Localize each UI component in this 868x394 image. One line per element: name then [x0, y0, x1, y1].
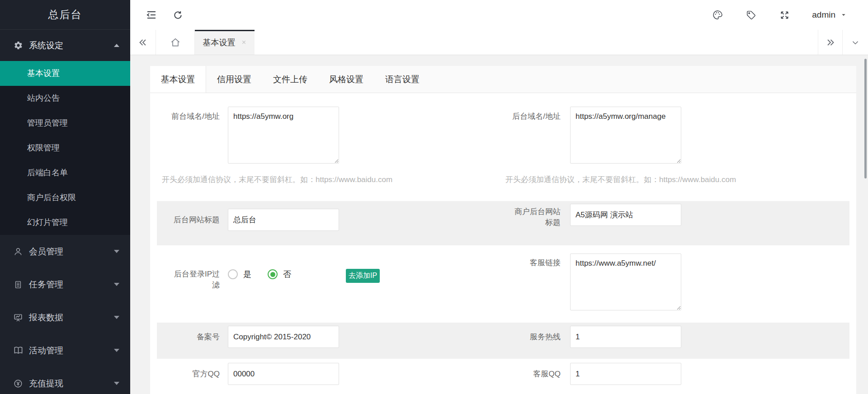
official-qq-label: 官方QQ [169, 369, 220, 380]
settings-card: 基本设置 信用设置 文件上传 风格设置 语言设置 前台域名/地址 开头必须加通信… [150, 66, 856, 394]
radio-option-yes[interactable]: 是 [228, 269, 251, 280]
topbar: admin [130, 0, 868, 30]
admin-domain-label: 后台域名/地址 [510, 111, 561, 122]
sidebar-item-slideshow-manage[interactable]: 幻灯片管理 [0, 210, 130, 235]
service-qq-input[interactable] [570, 363, 681, 385]
open-tab-basic-settings[interactable]: 基本设置 [195, 30, 255, 55]
sidebar-submenu: 基本设置 站内公告 管理员管理 权限管理 后端白名单 商户后台权限 幻灯片管理 [0, 61, 130, 235]
caret-down-icon [114, 382, 119, 385]
caret-down-icon [114, 349, 119, 352]
page-content: 基本设置 信用设置 文件上传 风格设置 语言设置 前台域名/地址 开头必须加通信… [130, 55, 868, 394]
chart-board-icon [13, 312, 24, 323]
user-menu[interactable]: admin [812, 10, 847, 20]
collapse-menu-icon[interactable] [146, 9, 157, 21]
tab-language-settings[interactable]: 语言设置 [374, 66, 430, 93]
sidebar-item-activity-manage[interactable]: 活动管理 [0, 334, 130, 367]
sidebar-item-admin-manage[interactable]: 管理员管理 [0, 111, 130, 136]
sidebar-item-basic-settings[interactable]: 基本设置 [0, 61, 130, 86]
official-qq-input[interactable] [228, 363, 339, 385]
sidebar: 总后台 系统设定 基本设置 站内公告 管理员管理 权限管理 后端白名单 商户后台… [0, 0, 130, 394]
sidebar-item-label: 系统设定 [29, 40, 114, 52]
front-domain-textarea[interactable] [228, 107, 339, 164]
tab-label: 基本设置 [203, 37, 236, 48]
caret-down-icon [840, 11, 847, 19]
close-icon[interactable] [241, 39, 247, 45]
radio-option-no[interactable]: 否 [268, 269, 291, 280]
tab-style-settings[interactable]: 风格设置 [318, 66, 374, 93]
ip-filter-label: 后台登录IP过滤 [169, 269, 220, 291]
yen-circle-icon [13, 378, 24, 389]
sidebar-item-label: 报表数据 [29, 312, 114, 324]
caret-down-icon [114, 316, 119, 319]
form-row-domains: 前台域名/地址 开头必须加通信协议，末尾不要留斜杠。如：https://www.… [150, 93, 856, 201]
hotline-label: 服务热线 [510, 332, 561, 342]
home-icon [170, 37, 181, 48]
merchant-site-title-input[interactable] [570, 204, 681, 226]
ip-filter-radio-group: 是 否 [228, 269, 301, 280]
sidebar-item-label: 充值提现 [29, 378, 114, 389]
tabs-scroll-right-button[interactable] [818, 30, 842, 55]
tab-credit-settings[interactable]: 信用设置 [206, 66, 262, 93]
tabs-menu-button[interactable] [842, 30, 868, 55]
settings-tabs: 基本设置 信用设置 文件上传 风格设置 语言设置 [150, 66, 856, 93]
radio-label-no: 否 [283, 269, 291, 280]
sidebar-item-permission-manage[interactable]: 权限管理 [0, 136, 130, 160]
hotline-input[interactable] [570, 326, 681, 348]
tag-icon[interactable] [745, 9, 757, 21]
book-icon [13, 345, 24, 356]
form-row-icp-hotline: 备案号 服务热线 [150, 323, 856, 359]
scrollbar-thumb[interactable] [864, 59, 867, 178]
sidebar-item-site-notice[interactable]: 站内公告 [0, 86, 130, 111]
tabs-scroll-left-button[interactable] [130, 30, 156, 55]
sidebar-item-merchant-permission[interactable]: 商户后台权限 [0, 185, 130, 210]
sidebar-item-label: 任务管理 [29, 279, 114, 291]
app-title: 总后台 [0, 0, 130, 30]
caret-down-icon [114, 283, 119, 286]
admin-domain-hint: 开头必须加通信协议，末尾不要留斜杠。如：https://www.baidu.co… [505, 174, 736, 185]
settings-form: 前台域名/地址 开头必须加通信协议，末尾不要留斜杠。如：https://www.… [150, 93, 856, 394]
palette-icon[interactable] [712, 9, 723, 21]
tabbar-spacer [255, 30, 818, 55]
sidebar-item-label: 会员管理 [29, 246, 114, 258]
add-ip-button[interactable]: 去添加IP [346, 269, 380, 283]
service-link-label: 客服链接 [510, 258, 561, 268]
sidebar-item-task-manage[interactable]: 任务管理 [0, 268, 130, 301]
tab-file-upload[interactable]: 文件上传 [262, 66, 318, 93]
document-icon [13, 279, 24, 290]
icp-label: 备案号 [169, 332, 220, 342]
sidebar-item-system-settings[interactable]: 系统设定 [0, 30, 130, 61]
merchant-site-title-label: 商户后台网站标题 [510, 206, 561, 228]
home-tab-button[interactable] [156, 30, 195, 55]
admin-app: 总后台 系统设定 基本设置 站内公告 管理员管理 权限管理 后端白名单 商户后台… [0, 0, 868, 394]
service-qq-label: 客服QQ [510, 369, 561, 380]
refresh-icon[interactable] [172, 9, 184, 21]
form-row-qq: 官方QQ 客服QQ [150, 359, 856, 394]
service-link-textarea[interactable] [570, 253, 681, 310]
front-domain-hint: 开头必须加通信协议，末尾不要留斜杠。如：https://www.baidu.co… [162, 174, 392, 185]
admin-site-title-label: 后台网站标题 [169, 215, 220, 225]
sidebar-item-report-data[interactable]: 报表数据 [0, 301, 130, 334]
radio-checked-icon[interactable] [268, 269, 278, 279]
admin-site-title-input[interactable] [228, 209, 339, 231]
radio-unchecked-icon[interactable] [228, 269, 238, 279]
user-icon [13, 246, 24, 257]
form-row-site-titles: 后台网站标题 商户后台网站标题 [150, 201, 856, 245]
front-domain-label: 前台域名/地址 [169, 111, 220, 122]
tab-bar: 基本设置 [130, 30, 868, 55]
form-row-ip-filter: 后台登录IP过滤 是 否 去添加IP 客服链接 [150, 245, 856, 323]
sidebar-item-label: 活动管理 [29, 345, 114, 356]
gear-icon [13, 40, 24, 51]
tab-basic-settings[interactable]: 基本设置 [150, 66, 206, 93]
username: admin [812, 10, 835, 20]
radio-label-yes: 是 [243, 269, 251, 280]
icp-input[interactable] [228, 326, 339, 348]
caret-up-icon [114, 44, 119, 47]
sidebar-item-recharge-withdraw[interactable]: 充值提现 [0, 367, 130, 394]
fullscreen-icon[interactable] [778, 9, 790, 21]
caret-down-icon [114, 250, 119, 253]
admin-domain-textarea[interactable] [570, 107, 681, 164]
sidebar-item-backend-whitelist[interactable]: 后端白名单 [0, 160, 130, 185]
sidebar-item-member-manage[interactable]: 会员管理 [0, 235, 130, 268]
